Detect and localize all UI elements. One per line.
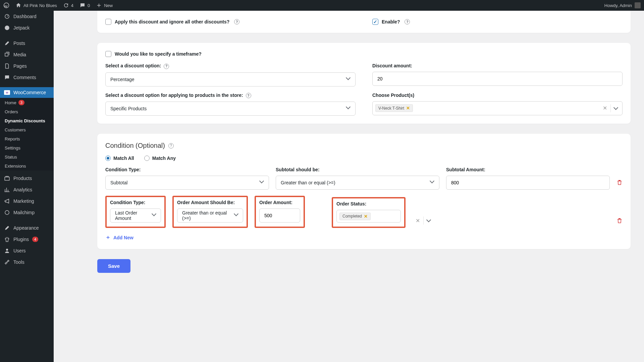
menu-label: Jetpack [13,25,30,31]
submenu-reports[interactable]: Reports [0,134,54,143]
highlight-box: Order Amount: [255,196,305,228]
comments-link[interactable]: 0 [79,2,90,8]
match-any-radio[interactable]: Match Any [144,156,176,161]
menu-plugins[interactable]: Plugins4 [0,234,54,245]
submenu-dynamic-discounts[interactable]: Dynamic Discounts [0,116,54,125]
choose-products-multiselect[interactable]: V-Neck T-Shirt✕ ✕ [372,101,623,115]
submenu-status[interactable]: Status [0,153,54,162]
menu-products[interactable]: Products [0,173,54,184]
condition-row-2: Condition Type: Last Order Amount Order … [105,196,623,228]
woo-icon: w [4,90,10,95]
apply-option-select[interactable]: Specific Products [105,102,356,116]
chevron-down-icon [234,214,238,218]
tag-remove-icon[interactable]: ✕ [364,214,368,219]
updates-count: 4 [71,3,73,8]
menu-dashboard[interactable]: Dashboard [0,11,54,22]
status-tag: Completed✕ [339,213,371,220]
cond-should-label: Subtotal should be: [276,167,439,172]
discount-amount-input[interactable] [372,72,623,86]
help-icon[interactable]: ? [168,143,174,148]
admin-sidebar: Dashboard Jetpack Posts Media Pages Comm… [0,11,54,362]
chevron-down-icon[interactable] [424,220,434,222]
cond-amount-label: Order Amount: [259,200,300,205]
select-value: Greater than or equal (>=) [281,180,335,185]
menu-label: Dashboard [13,14,37,19]
menu-label: Users [13,248,26,253]
submenu-settings[interactable]: Settings [0,143,54,153]
apply-option-label: Select a discount option for applying to… [105,93,356,99]
wp-logo[interactable] [3,2,9,8]
submenu-orders[interactable]: Orders [0,107,54,116]
tag-remove-icon[interactable]: ✕ [406,106,410,111]
menu-tools[interactable]: Tools [0,256,54,268]
submenu-home[interactable]: Home3 [0,98,54,107]
select-value: Percentage [110,77,135,82]
menu-mailchimp[interactable]: Mailchimp [0,207,54,218]
menu-label: Posts [13,41,25,46]
discount-amount-field[interactable] [377,76,618,81]
help-icon[interactable]: ? [164,64,169,69]
account-menu[interactable]: Howdy, Admin [604,2,641,8]
add-new-label: Add New [113,235,133,240]
cond-should-select[interactable]: Greater than or equal (>=) [276,176,439,190]
enable-checkbox[interactable] [372,19,378,25]
menu-posts[interactable]: Posts [0,38,54,49]
order-status-multiselect[interactable]: Completed✕ [336,210,401,223]
select-value: Specific Products [110,106,147,111]
discount-amount-label: Discount amount: [372,63,623,68]
cond-amount-field[interactable] [451,180,605,185]
submenu-customers[interactable]: Customers [0,125,54,134]
menu-label: Marketing [13,198,34,204]
menu-label: Analytics [13,187,32,192]
save-button[interactable]: Save [97,259,130,273]
updates-link[interactable]: 4 [63,2,73,8]
chevron-down-icon[interactable] [611,107,621,109]
help-icon[interactable]: ? [405,19,410,24]
cond-amount-input[interactable] [259,208,300,223]
delete-row-button[interactable] [616,179,623,190]
comments-count: 0 [88,3,90,8]
match-all-radio[interactable]: Match All [105,156,134,161]
cond-type-label: Condition Type: [110,200,161,205]
menu-appearance[interactable]: Appearance [0,222,54,234]
menu-label: Media [13,52,26,57]
cond-should-select[interactable]: Greater than or equal (>=) [177,208,243,223]
menu-comments[interactable]: Comments [0,72,54,83]
timeframe-checkbox[interactable] [105,51,111,57]
menu-analytics[interactable]: Analytics [0,184,54,195]
help-icon[interactable]: ? [234,19,239,24]
new-link[interactable]: New [96,2,113,8]
apply-ignore-checkbox[interactable] [105,19,111,25]
apply-ignore-label: Apply this discount and ignore all other… [115,19,229,24]
add-new-button[interactable]: ＋Add New [105,234,623,241]
clear-icon[interactable]: ✕ [599,105,610,111]
menu-users[interactable]: Users [0,245,54,256]
discount-option-select[interactable]: Percentage [105,72,356,86]
cond-amount-input[interactable] [446,176,610,190]
menu-jetpack[interactable]: Jetpack [0,22,54,34]
clear-icon[interactable]: ✕ [412,218,423,224]
plus-icon: ＋ [105,234,111,241]
help-icon[interactable]: ? [246,93,251,98]
site-link[interactable]: All Pink No Blues [15,2,57,8]
menu-marketing[interactable]: Marketing [0,195,54,207]
select-value: Last Order Amount [115,210,152,221]
menu-media[interactable]: Media [0,49,54,60]
badge: 4 [32,237,38,242]
cond-type-select[interactable]: Subtotal [105,176,269,190]
select-value: Greater than or equal (>=) [182,210,234,221]
radio-icon [144,156,150,161]
chevron-down-icon [260,181,264,185]
menu-label: Mailchimp [13,210,35,215]
timeframe-label: Would you like to specify a timeframe? [115,51,202,57]
tag-label: V-Neck T-Shirt [378,106,404,111]
submenu-extensions[interactable]: Extensions [0,162,54,171]
cond-amount-field[interactable] [264,213,295,218]
cond-type-select[interactable]: Last Order Amount [110,208,161,223]
menu-pages[interactable]: Pages [0,60,54,72]
menu-label: WooCommerce [13,90,46,95]
menu-woocommerce[interactable]: wWooCommerce [0,87,54,98]
new-label: New [104,3,113,8]
menu-label: Comments [13,75,36,80]
delete-row-button[interactable] [616,218,623,228]
